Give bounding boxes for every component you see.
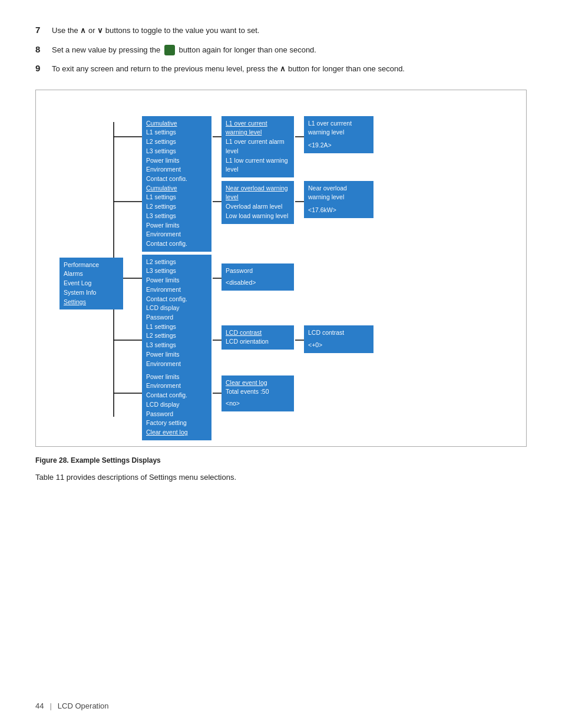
step-text-8: Set a new value by pressing the button a… — [52, 44, 527, 56]
row2-sub-menu: Cumulative L1 settings L2 settings L3 se… — [142, 181, 211, 252]
row3-sub-power: Power limits — [146, 276, 207, 285]
row1-sub-menu: Cumulative L1 settings L2 settings L3 se… — [142, 116, 211, 187]
step-9: 9 To exit any screen and return to the p… — [35, 62, 527, 75]
row5-sub-power: Power limits — [146, 373, 207, 382]
step-7: 7 Use the ∧ or ∨ buttons to toggle to th… — [35, 24, 527, 37]
row3-detail-password: Password — [226, 266, 290, 276]
step-num-7: 7 — [35, 24, 52, 37]
row5-sub-lcd: LCD display — [146, 400, 207, 410]
row1-sub-cumulative: Cumulative — [146, 119, 207, 129]
main-nav-box: Performance Alarms Event Log System Info… — [59, 258, 123, 310]
row3-sub-l2: L2 settings — [146, 258, 207, 267]
row1-sub-env: Environment — [146, 165, 207, 174]
row1-detail-menu: L1 over current warning level L1 over cu… — [222, 116, 294, 178]
row1-sub-l3: L3 settings — [146, 147, 207, 156]
row2-sub-power: Power limits — [146, 221, 207, 230]
row2-sub-l1: L1 settings — [146, 193, 207, 202]
row5-detail-no: <no> — [226, 399, 290, 409]
row2-detail-menu: Near overload warning level Overload ala… — [222, 181, 294, 224]
nav-alarms: Alarms — [64, 269, 119, 279]
caret-up-2: ∧ — [280, 64, 286, 73]
row2-detail-lowload: Low load warning level — [226, 212, 290, 221]
footer-page: 44 — [35, 701, 44, 710]
row2-sub-l2: L2 settings — [146, 202, 207, 212]
row4-sub-env: Environment — [146, 360, 207, 369]
nav-systeminfo: System Info — [64, 288, 119, 298]
row2-detail-overload: Overload alarm level — [226, 202, 290, 212]
nav-performance: Performance — [64, 261, 119, 270]
row1-sub-l2: L2 settings — [146, 137, 207, 147]
row4-sub-l1: L1 settings — [146, 322, 207, 332]
row5-sub-env: Environment — [146, 381, 207, 391]
row5-detail-totalevents: Total events :50 — [226, 387, 290, 397]
row1-detail-overcurrent-warn: L1 over current warning level — [226, 119, 290, 138]
row2-sub-contact: Contact config. — [146, 239, 207, 249]
figure-caption: Figure 28. Example Settings Displays — [35, 456, 527, 465]
step-text-9: To exit any screen and return to the pre… — [52, 63, 527, 75]
step-num-9: 9 — [35, 62, 52, 75]
row4-detail-lcdorientation: LCD orientation — [226, 337, 290, 347]
caret-down-1: ∨ — [97, 26, 103, 35]
row5-sub-menu: Power limits Environment Contact config.… — [142, 370, 211, 440]
row1-value-box: L1 over currrent warning level <19.2A> — [304, 116, 373, 153]
row4-value-label: LCD contrast — [308, 328, 369, 338]
row2-sub-env: Environment — [146, 230, 207, 239]
row4-sub-l3: L3 settings — [146, 341, 207, 350]
caret-up-1: ∧ — [80, 26, 86, 35]
row3-sub-l3: L3 settings — [146, 266, 207, 276]
row2-value-label: Near overload warning level — [308, 184, 369, 203]
step-text-7: Use the ∧ or ∨ buttons to toggle to the … — [52, 25, 527, 37]
footer-section: LCD Operation — [58, 701, 109, 710]
row2-sub-cumulative: Cumulative — [146, 184, 207, 193]
row1-sub-l1: L1 settings — [146, 128, 207, 137]
row5-sub-contact: Contact config. — [146, 391, 207, 400]
row5-detail-menu: Clear event log Total events :50 <no> — [222, 375, 294, 411]
page-footer: 44 | LCD Operation — [35, 701, 109, 710]
body-text: Table 11 provides descriptions of Settin… — [35, 473, 527, 482]
row3-sub-menu: L2 settings L3 settings Power limits Env… — [142, 255, 211, 325]
row2-value: <17.6kW> — [308, 206, 369, 215]
green-button-icon — [164, 45, 175, 55]
diagram-container: Performance Alarms Event Log System Info… — [35, 90, 527, 447]
row4-sub-l2: L2 settings — [146, 331, 207, 341]
row4-value: <+0> — [308, 341, 369, 350]
row2-detail-nearoverload: Near overload warning level — [226, 184, 290, 203]
row4-value-box: LCD contrast <+0> — [304, 325, 373, 354]
row4-sub-power: Power limits — [146, 350, 207, 360]
row4-detail-menu: LCD contrast LCD orientation — [222, 325, 294, 350]
nav-settings: Settings — [64, 298, 119, 307]
row3-sub-env: Environment — [146, 285, 207, 295]
row5-sub-password: Password — [146, 410, 207, 419]
row5-sub-clearevent: Clear event log — [146, 428, 207, 437]
row5-detail-cleareventlog: Clear event log — [226, 378, 290, 388]
diagram-area: Performance Alarms Event Log System Info… — [48, 104, 514, 434]
row1-sub-power: Power limits — [146, 156, 207, 166]
row3-detail-disabled: <disabled> — [226, 278, 290, 288]
row3-sub-lcd: LCD display — [146, 304, 207, 313]
row2-sub-l3: L3 settings — [146, 212, 207, 221]
row4-detail-lcdcontrast: LCD contrast — [226, 328, 290, 338]
row2-value-box: Near overload warning level <17.6kW> — [304, 181, 373, 218]
row3-detail-menu: Password <disabled> — [222, 263, 294, 291]
nav-eventlog: Event Log — [64, 279, 119, 288]
row5-sub-factory: Factory setting — [146, 419, 207, 428]
row1-detail-overcurrent-alarm: L1 over current alarm level — [226, 137, 290, 156]
step-8: 8 Set a new value by pressing the button… — [35, 43, 527, 57]
footer-separator: | — [49, 701, 51, 710]
step-num-8: 8 — [35, 43, 52, 57]
row1-value: <19.2A> — [308, 141, 369, 150]
row1-detail-lowcurrent: L1 low current warning level — [226, 156, 290, 175]
row3-sub-contact: Contact config. — [146, 295, 207, 304]
row1-value-label: L1 over currrent warning level — [308, 119, 369, 138]
step-list: 7 Use the ∧ or ∨ buttons to toggle to th… — [35, 24, 527, 75]
